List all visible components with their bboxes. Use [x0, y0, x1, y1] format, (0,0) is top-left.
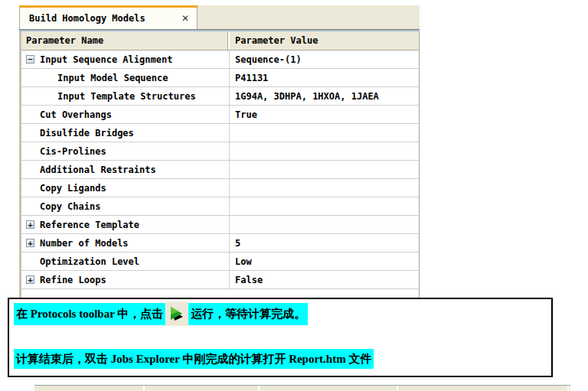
parameter-value-cell[interactable]: [230, 124, 419, 142]
column-header-parameter-name[interactable]: Parameter Name: [21, 31, 230, 50]
instruction-line-1: 在 Protocols toolbar 中，点击 运行，等待计算完成。: [14, 301, 308, 326]
parameter-name-label: Reference Template: [40, 220, 139, 230]
run-button-image: [165, 301, 188, 326]
parameter-name-label: Copy Chains: [40, 201, 100, 212]
expand-icon[interactable]: +: [26, 239, 34, 247]
instruction-text-post: 运行，等待计算完成。: [188, 303, 308, 325]
parameter-name-label: Copy Ligands: [40, 183, 106, 194]
column-divider: [143, 386, 145, 391]
tab-title: Build Homology Models: [20, 13, 145, 24]
table-row[interactable]: Copy Chains: [21, 197, 419, 216]
table-row[interactable]: Additional Restraints: [21, 161, 419, 179]
parameter-value-cell[interactable]: 1G94A, 3DHPA, 1HXOA, 1JAEA: [230, 87, 419, 105]
parameter-name-label: Refine Loops: [40, 275, 106, 285]
parameter-name-label: Input Sequence Alignment: [40, 54, 172, 65]
parameter-name-label: Input Template Structures: [57, 91, 196, 102]
parameter-name-label: Cut Overhangs: [40, 109, 112, 120]
table-header-row: Parameter Name Parameter Value: [21, 31, 419, 51]
table-row[interactable]: Cut Overhangs True: [21, 106, 419, 124]
collapse-icon[interactable]: −: [26, 55, 34, 64]
tab-build-homology-models[interactable]: Build Homology Models ✕: [19, 5, 198, 29]
column-header-parameter-value[interactable]: Parameter Value: [230, 31, 419, 50]
table-row[interactable]: Cis-Prolines: [21, 142, 419, 161]
table-row[interactable]: −Input Sequence Alignment Sequence-(1): [21, 51, 419, 69]
table-row[interactable]: +Refine Loops False: [21, 271, 419, 289]
table-row[interactable]: Input Model Sequence P41131: [21, 69, 419, 87]
parameter-value-cell[interactable]: Sequence-(1): [230, 51, 419, 68]
tab-strip: Build Homology Models ✕: [19, 5, 420, 29]
column-divider: [397, 386, 398, 391]
parameter-table: Parameter Name Parameter Value −Input Se…: [19, 31, 420, 306]
parameter-value-cell[interactable]: [230, 161, 419, 178]
table-row[interactable]: +Number of Models 5: [21, 234, 419, 253]
parameter-name-label: Cis-Prolines: [40, 146, 106, 157]
instruction-text-pre: 在 Protocols toolbar 中，点击: [14, 303, 165, 325]
column-divider: [258, 386, 260, 391]
expand-icon[interactable]: +: [26, 220, 34, 229]
instruction-text-line2: 计算结束后，双击 Jobs Explorer 中刚完成的计算打开 Report.…: [14, 349, 374, 369]
column-divider: [567, 386, 569, 391]
parameter-value-cell[interactable]: True: [230, 106, 419, 123]
parameter-value-cell[interactable]: 5: [230, 234, 419, 252]
parameter-value-cell[interactable]: [230, 142, 419, 160]
parameter-value-cell[interactable]: P41131: [230, 69, 419, 86]
parameter-value-cell[interactable]: False: [230, 271, 419, 288]
expand-icon[interactable]: +: [26, 275, 34, 284]
parameter-name-label: Number of Models: [40, 238, 129, 249]
build-homology-models-panel: Build Homology Models ✕ Parameter Name P…: [19, 5, 420, 306]
table-row[interactable]: +Reference Template: [21, 216, 419, 234]
table-row[interactable]: Copy Ligands: [21, 179, 419, 197]
parameter-value-cell[interactable]: [230, 216, 419, 233]
parameter-value-cell[interactable]: [230, 179, 419, 197]
parameter-value-cell[interactable]: [230, 197, 419, 215]
tutorial-instruction-box: 在 Protocols toolbar 中，点击 运行，等待计算完成。 计算结束…: [8, 298, 553, 377]
parameter-name-label: Optimization Level: [40, 256, 139, 267]
parameter-name-label: Input Model Sequence: [57, 73, 168, 83]
partial-table-header-strip: [34, 385, 570, 391]
parameter-value-cell[interactable]: Low: [230, 253, 419, 270]
table-row[interactable]: Optimization Level Low: [21, 253, 419, 271]
instruction-line-2: 计算结束后，双击 Jobs Explorer 中刚完成的计算打开 Report.…: [14, 352, 374, 367]
parameter-name-label: Disulfide Bridges: [40, 128, 134, 138]
table-row[interactable]: Disulfide Bridges: [21, 124, 419, 142]
parameter-name-label: Additional Restraints: [40, 165, 156, 175]
close-icon[interactable]: ✕: [181, 14, 189, 23]
table-row[interactable]: Input Template Structures 1G94A, 3DHPA, …: [21, 87, 419, 106]
green-play-icon: [168, 305, 186, 323]
